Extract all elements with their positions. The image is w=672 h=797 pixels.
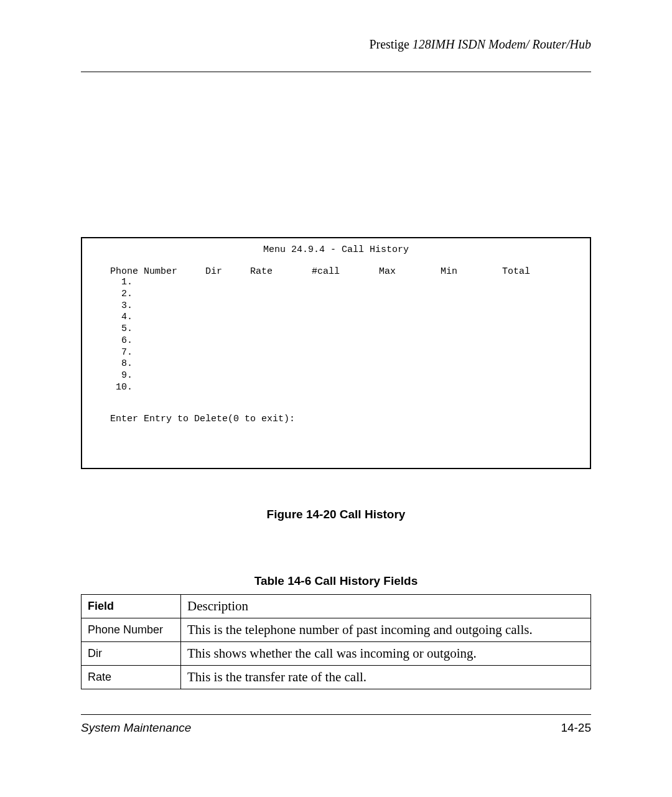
field-cell: Rate [82,665,181,689]
menu-row: 8. [93,358,579,370]
page-content: Prestige 128IMH ISDN Modem/ Router/Hub M… [81,37,591,741]
description-cell: This shows whether the call was incoming… [181,641,591,665]
menu-title: Menu 24.9.4 - Call History [93,245,579,255]
menu-row: 3. [93,301,579,312]
field-cell: Dir [82,641,181,665]
menu-delete-prompt: Enter Entry to Delete(0 to exit): [93,414,579,424]
footer-section-title: System Maintenance [81,721,191,735]
table-row: Rate This is the transfer rate of the ca… [82,665,591,689]
header-rule [81,72,591,72]
menu-row: 5. [93,324,579,335]
menu-row: 6. [93,335,579,347]
page-footer: System Maintenance 14-25 [81,714,591,735]
description-cell: This is the telephone number of past inc… [181,618,591,641]
figure-caption: Figure 14-20 Call History [81,508,591,521]
table-caption: Table 14-6 Call History Fields [81,574,591,588]
table-row: Dir This shows whether the call was inco… [82,641,591,665]
field-cell: Phone Number [82,618,181,641]
header-prefix: Prestige [369,37,409,51]
menu-row: 10. [93,382,579,394]
table-row: Phone Number This is the telephone numbe… [82,618,591,641]
call-history-menu-box: Menu 24.9.4 - Call History Phone Number … [81,237,591,469]
menu-row: 9. [93,370,579,382]
table-head-field: Field [82,594,181,618]
menu-column-headers: Phone Number Dir Rate #call Max Min Tota… [93,266,579,277]
menu-row: 4. [93,312,579,324]
footer-row: System Maintenance 14-25 [81,721,591,735]
call-history-fields-table: Field Description Phone Number This is t… [81,594,591,689]
menu-row: 1. [93,277,579,289]
footer-rule [81,714,591,715]
menu-row: 2. [93,289,579,301]
page-header: Prestige 128IMH ISDN Modem/ Router/Hub [81,37,591,54]
table-header-row: Field Description [82,594,591,618]
header-suffix: 128IMH ISDN Modem/ Router/Hub [413,37,591,51]
menu-row: 7. [93,347,579,359]
footer-page-number: 14-25 [561,721,591,735]
table-head-description: Description [181,594,591,618]
description-cell: This is the transfer rate of the call. [181,665,591,689]
